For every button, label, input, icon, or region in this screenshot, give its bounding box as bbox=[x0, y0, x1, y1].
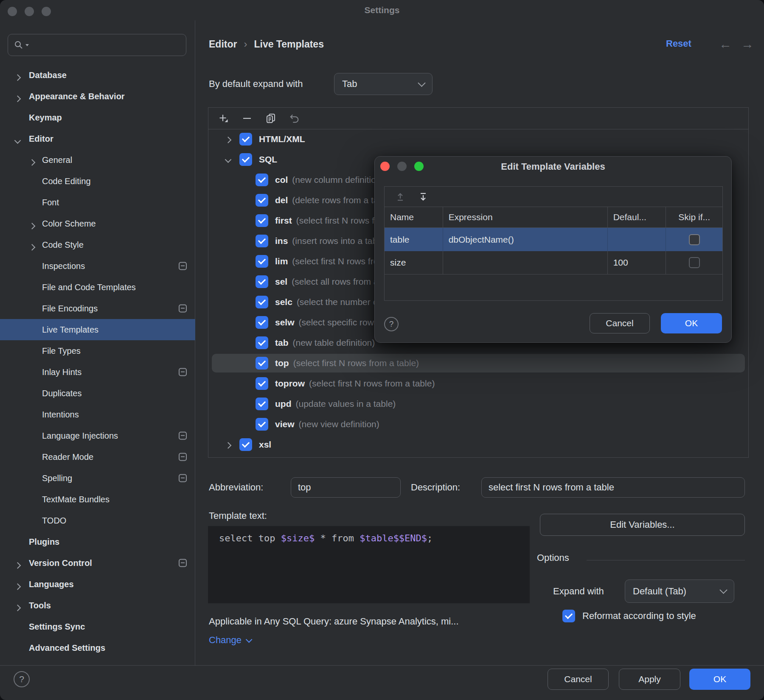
variable-expression-cell[interactable] bbox=[443, 251, 608, 274]
sidebar-item-plugins[interactable]: Plugins bbox=[0, 531, 195, 552]
abbreviation-input[interactable] bbox=[291, 477, 401, 498]
sidebar-item-color-scheme[interactable]: Color Scheme bbox=[0, 213, 195, 234]
move-down-icon[interactable] bbox=[418, 191, 429, 202]
chevron-right-icon[interactable] bbox=[30, 224, 34, 233]
template-checkbox[interactable] bbox=[256, 336, 268, 349]
chevron-down-icon[interactable] bbox=[226, 160, 230, 167]
sidebar-item-version-control[interactable]: Version Control bbox=[0, 552, 195, 574]
chevron-down-icon[interactable] bbox=[15, 139, 20, 148]
sidebar-item-tools[interactable]: Tools bbox=[0, 595, 195, 616]
chevron-right-icon[interactable] bbox=[15, 75, 20, 85]
add-template-icon[interactable] bbox=[218, 113, 229, 124]
sidebar-item-duplicates[interactable]: Duplicates bbox=[0, 383, 195, 404]
template-checkbox[interactable] bbox=[256, 398, 268, 410]
sidebar-item-settings-sync[interactable]: Settings Sync bbox=[0, 616, 195, 637]
template-checkbox[interactable] bbox=[256, 316, 268, 329]
sidebar-item-advanced-settings[interactable]: Advanced Settings bbox=[0, 637, 195, 658]
template-row-upd[interactable]: upd(update values in a table) bbox=[208, 394, 748, 414]
chevron-right-icon[interactable] bbox=[15, 584, 20, 594]
help-icon[interactable]: ? bbox=[14, 671, 30, 687]
template-checkbox[interactable] bbox=[256, 418, 268, 431]
sidebar-item-spelling[interactable]: Spelling bbox=[0, 468, 195, 489]
chevron-right-icon[interactable] bbox=[226, 139, 230, 147]
skip-if-checkbox[interactable] bbox=[689, 234, 700, 245]
modal-help-icon[interactable]: ? bbox=[384, 317, 399, 331]
search-input[interactable] bbox=[31, 34, 186, 56]
template-checkbox[interactable] bbox=[256, 194, 268, 207]
template-checkbox[interactable] bbox=[256, 296, 268, 308]
sidebar-item-keymap[interactable]: Keymap bbox=[0, 107, 195, 128]
template-text-editor[interactable]: select top $size$ * from $table$$END$; bbox=[208, 526, 530, 603]
template-checkbox[interactable] bbox=[239, 133, 252, 146]
chevron-right-icon[interactable] bbox=[15, 96, 20, 106]
variable-default-cell[interactable]: 100 bbox=[608, 251, 666, 274]
sidebar-item-file-types[interactable]: File Types bbox=[0, 340, 195, 361]
remove-template-icon[interactable] bbox=[242, 113, 253, 124]
sidebar-item-file-and-code-templates[interactable]: File and Code Templates bbox=[0, 277, 195, 298]
sidebar-item-languages[interactable]: Languages bbox=[0, 574, 195, 595]
modal-ok-button[interactable]: OK bbox=[661, 313, 722, 333]
template-checkbox[interactable] bbox=[239, 438, 252, 451]
restore-defaults-icon[interactable] bbox=[289, 113, 300, 124]
sidebar-item-reader-mode[interactable]: Reader Mode bbox=[0, 446, 195, 468]
variable-row-table[interactable]: tabledbObjectName() bbox=[385, 228, 722, 251]
template-row-xsl[interactable]: xsl bbox=[208, 434, 748, 455]
sidebar-item-textmate-bundles[interactable]: TextMate Bundles bbox=[0, 489, 195, 510]
sidebar-item-live-templates[interactable]: Live Templates bbox=[0, 319, 195, 340]
chevron-right-icon[interactable] bbox=[30, 245, 34, 255]
sidebar-item-editor[interactable]: Editor bbox=[0, 128, 195, 149]
sidebar-item-intentions[interactable]: Intentions bbox=[0, 404, 195, 425]
sidebar-item-code-style[interactable]: Code Style bbox=[0, 234, 195, 255]
move-up-icon[interactable] bbox=[395, 191, 406, 202]
reset-link[interactable]: Reset bbox=[666, 38, 691, 49]
template-row-top[interactable]: top(select first N rows from a table) bbox=[208, 353, 748, 373]
description-input[interactable] bbox=[481, 477, 745, 498]
change-context-link[interactable]: Change bbox=[209, 635, 250, 646]
sidebar-item-todo[interactable]: TODO bbox=[0, 510, 195, 531]
variable-default-cell[interactable] bbox=[608, 228, 666, 251]
settings-search[interactable] bbox=[8, 34, 186, 56]
template-row-toprow[interactable]: toprow(select first N rows from a table) bbox=[208, 373, 748, 394]
template-row-view[interactable]: view(new view definition) bbox=[208, 414, 748, 434]
skip-if-checkbox[interactable] bbox=[689, 257, 700, 268]
template-checkbox[interactable] bbox=[256, 214, 268, 227]
chevron-right-icon[interactable] bbox=[15, 605, 20, 615]
sidebar-item-inlay-hints[interactable]: Inlay Hints bbox=[0, 361, 195, 383]
edit-variables-button[interactable]: Edit Variables... bbox=[540, 514, 745, 536]
back-arrow-icon[interactable]: ← bbox=[719, 36, 732, 52]
template-checkbox[interactable] bbox=[256, 255, 268, 268]
variable-name-cell[interactable]: table bbox=[385, 228, 443, 251]
variable-row-size[interactable]: size100 bbox=[385, 251, 722, 274]
sidebar-item-inspections[interactable]: Inspections bbox=[0, 255, 195, 277]
sidebar-item-appearance-behavior[interactable]: Appearance & Behavior bbox=[0, 86, 195, 107]
column-header-skip-if[interactable]: Skip if... bbox=[666, 207, 722, 227]
breadcrumb-editor[interactable]: Editor bbox=[209, 39, 237, 50]
template-row-html-xml[interactable]: HTML/XML bbox=[208, 129, 748, 149]
default-expand-dropdown[interactable]: Tab bbox=[334, 73, 433, 95]
chevron-right-icon[interactable] bbox=[15, 563, 20, 573]
template-checkbox[interactable] bbox=[239, 153, 252, 166]
forward-arrow-icon[interactable]: → bbox=[741, 36, 754, 52]
column-header-default[interactable]: Defaul... bbox=[608, 207, 666, 227]
apply-button[interactable]: Apply bbox=[619, 669, 680, 690]
sidebar-item-general[interactable]: General bbox=[0, 149, 195, 171]
template-checkbox[interactable] bbox=[256, 377, 268, 390]
expand-with-dropdown[interactable]: Default (Tab) bbox=[625, 580, 734, 603]
variable-name-cell[interactable]: size bbox=[385, 251, 443, 274]
template-checkbox[interactable] bbox=[256, 275, 268, 288]
modal-cancel-button[interactable]: Cancel bbox=[590, 313, 650, 333]
template-checkbox[interactable] bbox=[256, 235, 268, 247]
cancel-button[interactable]: Cancel bbox=[548, 669, 609, 690]
duplicate-template-icon[interactable] bbox=[265, 113, 276, 124]
sidebar-item-code-editing[interactable]: Code Editing bbox=[0, 171, 195, 192]
template-checkbox[interactable] bbox=[256, 357, 268, 370]
chevron-right-icon[interactable] bbox=[226, 445, 230, 452]
chevron-right-icon[interactable] bbox=[30, 160, 34, 170]
ok-button[interactable]: OK bbox=[689, 669, 750, 690]
template-checkbox[interactable] bbox=[256, 174, 268, 186]
column-header-name[interactable]: Name bbox=[385, 207, 443, 227]
variable-expression-cell[interactable]: dbObjectName() bbox=[443, 228, 608, 251]
sidebar-item-database[interactable]: Database bbox=[0, 64, 195, 86]
sidebar-item-font[interactable]: Font bbox=[0, 192, 195, 213]
sidebar-item-language-injections[interactable]: Language Injections bbox=[0, 425, 195, 446]
